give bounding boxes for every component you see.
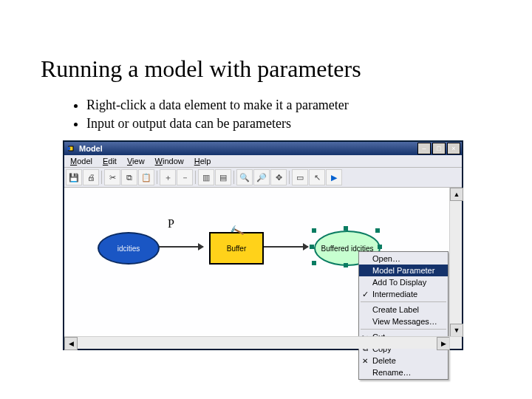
zoom-in-icon[interactable]: 🔍 [236, 169, 253, 185]
selection-handle[interactable] [344, 226, 348, 231]
scroll-right-icon[interactable]: ▶ [437, 337, 450, 350]
selection-handle[interactable] [310, 245, 314, 249]
ctx-create-label[interactable]: Create Label [359, 304, 448, 316]
selection-handle[interactable] [312, 228, 316, 233]
separator [157, 171, 157, 184]
ctx-view-messages[interactable]: View Messages… [359, 316, 448, 327]
menu-separator [361, 329, 446, 330]
zoom-out-icon[interactable]: 🔎 [253, 169, 270, 185]
node-label: Buffer [227, 245, 247, 253]
scroll-up-icon[interactable]: ▲ [450, 188, 463, 201]
pointer-icon[interactable]: ↖ [309, 169, 325, 185]
page-title: Running a model with parameters [41, 55, 491, 83]
bullet-list: Right-click a data element to make it a … [57, 96, 491, 133]
minimize-button[interactable]: – [417, 143, 431, 154]
pan-icon[interactable]: ✥ [270, 169, 287, 185]
menu-view[interactable]: View [123, 156, 149, 166]
selection-handle[interactable] [344, 263, 348, 267]
ctx-open[interactable]: Open… [359, 253, 448, 265]
remove-icon[interactable]: － [177, 169, 193, 185]
layout2-icon[interactable]: ▤ [215, 169, 231, 185]
node-label: idcities [117, 245, 140, 253]
bullet-item: Input or output data can be parameters [86, 115, 491, 133]
window-titlebar[interactable]: Model – □ × [64, 142, 462, 155]
ctx-rename[interactable]: Rename… [359, 366, 448, 378]
connector-arrow [264, 246, 308, 248]
add-icon[interactable]: ＋ [160, 169, 176, 185]
model-canvas[interactable]: P idcities Buffer 🔨 Buffered idcities [64, 188, 462, 349]
ctx-add-to-display[interactable]: Add To Display [359, 276, 448, 288]
input-data-node[interactable]: idcities [98, 232, 160, 265]
menu-model[interactable]: Model [66, 156, 97, 166]
model-builder-window: Model – □ × ModelEditViewWindowHelp 💾 🖨 … [63, 140, 463, 350]
selection-handle[interactable] [375, 228, 380, 233]
menubar[interactable]: ModelEditViewWindowHelp [64, 155, 462, 168]
context-menu: Open… Model Parameter Add To Display Int… [358, 251, 449, 380]
menu-help[interactable]: Help [190, 156, 216, 166]
toolbar: 💾 🖨 ✂ ⧉ 📋 ＋ － ▥ ▤ 🔍 🔎 ✥ ▭ ↖ ▶ [64, 168, 462, 188]
connector-arrow [159, 246, 203, 248]
parameter-indicator: P [168, 217, 174, 231]
separator [195, 171, 196, 184]
selection-handle[interactable] [312, 261, 316, 265]
selection-handle[interactable] [378, 245, 382, 249]
maximize-button[interactable]: □ [432, 143, 446, 154]
menu-edit[interactable]: Edit [98, 156, 121, 166]
separator [233, 171, 234, 184]
separator [101, 171, 102, 184]
vertical-scrollbar[interactable]: ▲ ▼ [449, 188, 462, 337]
delete-icon: ✕ [361, 356, 369, 365]
bullet-item: Right-click a data element to make it a … [86, 96, 491, 115]
menu-window[interactable]: Window [151, 156, 188, 166]
scroll-down-icon[interactable]: ▼ [450, 324, 463, 337]
scroll-left-icon[interactable]: ◀ [64, 337, 78, 350]
menu-separator [361, 301, 446, 302]
app-icon [66, 143, 76, 154]
scroll-corner [449, 336, 462, 349]
run-icon[interactable]: ▶ [326, 169, 342, 185]
paste-icon[interactable]: 📋 [138, 169, 154, 185]
copy-icon[interactable]: ⧉ [121, 169, 137, 185]
ctx-model-parameter[interactable]: Model Parameter [359, 265, 448, 276]
cut-icon[interactable]: ✂ [104, 169, 120, 185]
layout1-icon[interactable]: ▥ [198, 169, 214, 185]
save-icon[interactable]: 💾 [66, 169, 82, 185]
svg-point-1 [67, 147, 71, 151]
close-button[interactable]: × [447, 143, 460, 154]
select-icon[interactable]: ▭ [292, 169, 308, 185]
window-title: Model [79, 144, 416, 153]
ctx-delete[interactable]: ✕Delete [359, 355, 448, 366]
separator [289, 171, 290, 184]
horizontal-scrollbar[interactable]: ◀ ▶ [64, 336, 450, 349]
tool-node[interactable]: Buffer [209, 232, 264, 265]
ctx-intermediate[interactable]: Intermediate [359, 288, 448, 300]
print-icon[interactable]: 🖨 [83, 169, 99, 185]
